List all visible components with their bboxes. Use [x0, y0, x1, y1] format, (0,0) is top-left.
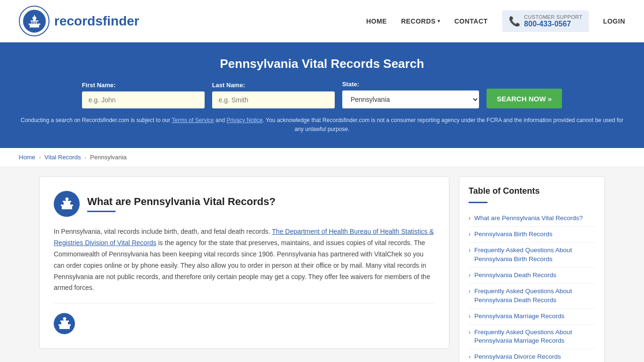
chevron-right-icon: ›: [469, 231, 471, 238]
toc-item[interactable]: › Frequently Asked Questions About Penns…: [469, 243, 595, 268]
title-underline: [87, 211, 116, 212]
phone-icon: 📞: [509, 16, 520, 27]
nav-contact[interactable]: CONTACT: [454, 17, 488, 25]
logo-text[interactable]: recordsfinder: [54, 14, 140, 29]
chevron-right-icon: ›: [469, 329, 471, 336]
svg-rect-20: [59, 325, 70, 329]
toc-list: › What are Pennsylvania Vital Records? ›…: [469, 211, 595, 362]
last-name-group: Last Name:: [212, 82, 335, 108]
toc-link[interactable]: Frequently Asked Questions About Pennsyl…: [474, 287, 595, 305]
chevron-right-icon: ›: [469, 215, 471, 222]
first-name-group: First Name:: [82, 82, 205, 108]
first-name-input[interactable]: [82, 91, 205, 108]
chevron-down-icon: ▾: [438, 18, 440, 24]
breadcrumb-vital-records[interactable]: Vital Records: [44, 154, 81, 161]
logo-area: recordsfinder: [19, 6, 140, 36]
dept-link[interactable]: The Department of Health Bureau of Healt…: [54, 228, 434, 247]
svg-rect-13: [62, 206, 72, 209]
nav-home[interactable]: HOME: [366, 17, 387, 25]
toc-divider: [469, 202, 487, 203]
toc-item[interactable]: › Pennsylvania Death Records: [469, 268, 595, 284]
article-icon: [54, 191, 80, 217]
svg-rect-11: [35, 21, 36, 24]
section-preview-icon: [54, 313, 75, 334]
toc-item[interactable]: › Frequently Asked Questions About Penns…: [469, 284, 595, 309]
breadcrumb-sep-1: ›: [39, 155, 41, 160]
sidebar: Table of Contents › What are Pennsylvani…: [459, 176, 605, 362]
toc-link[interactable]: Pennsylvania Death Records: [474, 271, 556, 280]
customer-support[interactable]: 📞 CUSTOMER SUPPORT 800-433-0567: [502, 10, 589, 32]
breadcrumb: Home › Vital Records › Pennsylvania: [0, 148, 644, 167]
article-header: What are Pennsylvania Vital Records?: [54, 191, 435, 217]
toc-title: Table of Contents: [469, 186, 595, 196]
toc-link[interactable]: Frequently Asked Questions About Pennsyl…: [474, 246, 595, 264]
toc-item[interactable]: › Pennsylvania Birth Records: [469, 227, 595, 243]
last-name-input[interactable]: [212, 91, 335, 108]
article-body: In Pennsylvania, vital records include b…: [54, 226, 435, 294]
search-form: First Name: Last Name: State: Pennsylvan…: [19, 81, 625, 108]
toc-link[interactable]: Pennsylvania Birth Records: [474, 230, 553, 239]
state-label: State:: [342, 81, 479, 88]
breadcrumb-sep-2: ›: [84, 155, 86, 160]
privacy-link[interactable]: Privacy Notice: [226, 117, 263, 123]
toc-link[interactable]: Pennsylvania Divorce Records: [474, 353, 561, 362]
chevron-right-icon: ›: [469, 313, 471, 320]
tos-link[interactable]: Terms of Service: [172, 117, 214, 123]
toc-item[interactable]: › What are Pennsylvania Vital Records?: [469, 211, 595, 227]
toc-item[interactable]: › Pennsylvania Marriage Records: [469, 309, 595, 325]
breadcrumb-home[interactable]: Home: [19, 154, 35, 161]
main: What are Pennsylvania Vital Records? In …: [20, 176, 624, 362]
search-button[interactable]: SEARCH NOW »: [487, 89, 562, 108]
svg-rect-7: [34, 15, 35, 17]
svg-rect-10: [33, 21, 34, 24]
svg-rect-1: [30, 24, 39, 27]
toc-link[interactable]: Frequently Asked Questions About Pennsyl…: [474, 328, 595, 346]
article-title-area: What are Pennsylvania Vital Records?: [87, 196, 275, 212]
chevron-right-icon: ›: [469, 272, 471, 279]
header: recordsfinder HOME RECORDS ▾ CONTACT 📞 C…: [0, 0, 644, 42]
toc-item[interactable]: › Pennsylvania Divorce Records: [469, 349, 595, 362]
nav: HOME RECORDS ▾ CONTACT 📞 CUSTOMER SUPPOR…: [366, 10, 625, 32]
toc-link[interactable]: Pennsylvania Marriage Records: [474, 312, 564, 321]
search-banner: Pennsylvania Vital Records Search First …: [0, 42, 644, 148]
search-title: Pennsylvania Vital Records Search: [19, 57, 625, 71]
logo-icon: [19, 6, 50, 36]
chevron-right-icon: ›: [469, 247, 471, 254]
chevron-right-icon: ›: [469, 288, 471, 295]
content: What are Pennsylvania Vital Records? In …: [39, 176, 449, 349]
first-name-label: First Name:: [82, 82, 205, 89]
svg-rect-15: [64, 202, 70, 205]
svg-point-25: [63, 317, 66, 320]
svg-rect-12: [37, 21, 38, 24]
state-group: State: Pennsylvania Alabama Alaska All S…: [342, 81, 479, 108]
svg-rect-22: [61, 321, 68, 325]
section-preview: [54, 303, 435, 334]
svg-rect-19: [66, 197, 67, 199]
breadcrumb-current: Pennsylvania: [90, 154, 126, 161]
article-title: What are Pennsylvania Vital Records?: [87, 196, 275, 208]
nav-records[interactable]: RECORDS ▾: [401, 17, 440, 25]
svg-rect-8: [30, 21, 31, 24]
disclaimer: Conducting a search on Recordsfinder.com…: [19, 116, 625, 134]
toc-item[interactable]: › Frequently Asked Questions About Penns…: [469, 325, 595, 350]
svg-rect-9: [32, 21, 33, 24]
nav-login[interactable]: LOGIN: [603, 17, 625, 25]
state-select[interactable]: Pennsylvania Alabama Alaska All States: [342, 90, 479, 108]
last-name-label: Last Name:: [212, 82, 335, 89]
chevron-right-icon: ›: [469, 354, 471, 360]
toc-link[interactable]: What are Pennsylvania Vital Records?: [474, 214, 583, 223]
toc-box: Table of Contents › What are Pennsylvani…: [459, 176, 605, 362]
